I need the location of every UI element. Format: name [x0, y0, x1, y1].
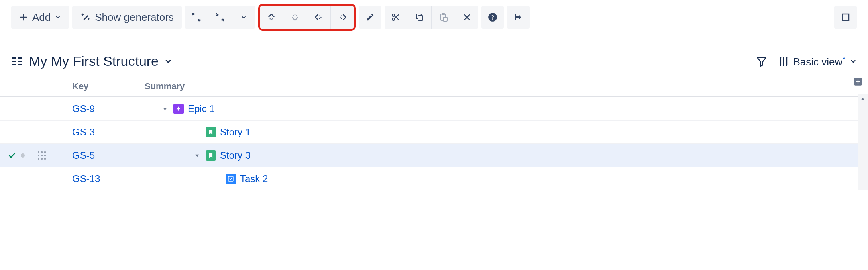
move-down-button[interactable] — [284, 6, 306, 29]
plus-icon — [19, 13, 28, 22]
view-dropdown[interactable]: Basic view* — [778, 54, 857, 68]
structure-dropdown[interactable]: My My First Structure — [11, 53, 172, 69]
svg-rect-26 — [18, 61, 22, 62]
maximize-button[interactable] — [834, 6, 857, 29]
column-header-summary[interactable]: Summary — [145, 81, 868, 92]
toolbar: Add Show generators — [0, 0, 868, 37]
view-modified-indicator: * — [842, 54, 846, 63]
add-button-label: Add — [32, 11, 51, 24]
structure-title-text: My My First Structure — [29, 53, 159, 69]
story-issuetype-icon — [206, 127, 216, 137]
magic-wand-icon — [80, 12, 91, 22]
epic-issuetype-icon — [173, 104, 184, 114]
svg-rect-25 — [18, 57, 22, 59]
svg-rect-24 — [12, 64, 16, 65]
issue-summary-link[interactable]: Story 3 — [220, 150, 251, 161]
table-row[interactable]: GS-5Story 3 — [0, 144, 868, 167]
expand-toggle-icon[interactable] — [193, 153, 202, 158]
content-header: My My First Structure Basic view* — [0, 37, 868, 76]
scroll-up-icon[interactable] — [858, 94, 868, 104]
chevron-down-icon — [850, 58, 857, 65]
table-row[interactable]: GS-9Epic 1 — [0, 97, 868, 121]
clipboard-group — [385, 6, 478, 29]
svg-rect-16 — [418, 16, 423, 20]
svg-rect-19 — [443, 17, 447, 21]
show-generators-button[interactable]: Show generators — [72, 6, 182, 29]
story-issuetype-icon — [206, 150, 216, 161]
add-button[interactable]: Add — [11, 6, 69, 29]
issue-summary-link[interactable]: Task 2 — [240, 173, 268, 184]
filter-icon[interactable] — [756, 56, 767, 67]
task-issuetype-icon — [226, 174, 236, 184]
summary-cell: Story 1 — [145, 127, 868, 138]
column-headers: Key Summary — [0, 76, 868, 97]
structure-icon — [11, 55, 23, 68]
expand-all-button[interactable] — [185, 6, 208, 29]
svg-marker-33 — [163, 108, 167, 110]
show-generators-label: Show generators — [95, 11, 174, 24]
svg-rect-22 — [12, 57, 16, 59]
summary-cell: Task 2 — [145, 173, 868, 184]
svg-marker-28 — [758, 57, 766, 66]
view-label: Basic view — [793, 56, 842, 68]
help-button[interactable] — [481, 6, 504, 29]
scrollbar[interactable] — [858, 94, 868, 190]
svg-rect-23 — [12, 61, 16, 62]
add-column-button[interactable] — [853, 76, 865, 88]
summary-cell: Story 3 — [145, 150, 868, 161]
summary-cell: Epic 1 — [145, 103, 868, 115]
move-up-button[interactable] — [260, 6, 283, 29]
column-header-key[interactable]: Key — [64, 81, 145, 92]
issue-summary-link[interactable]: Story 1 — [220, 127, 251, 138]
export-button[interactable] — [507, 6, 530, 29]
svg-marker-34 — [195, 154, 199, 157]
table-row[interactable]: GS-3Story 1 — [0, 121, 868, 144]
expand-collapse-more-button[interactable] — [232, 6, 255, 29]
expand-collapse-group — [185, 6, 255, 29]
move-buttons-highlight — [258, 4, 356, 31]
expand-toggle-icon[interactable] — [161, 106, 169, 112]
chevron-down-icon — [164, 57, 172, 65]
copy-button[interactable] — [408, 6, 431, 29]
row-handle-cell — [0, 151, 64, 160]
drag-handle-icon[interactable] — [38, 151, 46, 160]
edit-button[interactable] — [359, 6, 381, 29]
chevron-down-icon — [55, 14, 61, 20]
issue-key-link[interactable]: GS-13 — [64, 173, 145, 184]
grid: Key Summary GS-9Epic 1GS-3Story 1GS-5Sto… — [0, 76, 868, 190]
svg-rect-21 — [842, 14, 849, 20]
view-controls: Basic view* — [756, 54, 857, 68]
table-row[interactable]: GS-13Task 2 — [0, 167, 868, 190]
columns-icon — [778, 55, 789, 68]
row-indicator-dot — [21, 153, 25, 158]
svg-marker-36 — [861, 98, 864, 100]
check-icon — [8, 151, 16, 160]
outdent-button[interactable] — [308, 6, 330, 29]
cut-button[interactable] — [385, 6, 407, 29]
issue-key-link[interactable]: GS-9 — [64, 103, 145, 115]
indent-button[interactable] — [331, 6, 354, 29]
delete-button[interactable] — [456, 6, 478, 29]
paste-button[interactable] — [432, 6, 454, 29]
collapse-all-button[interactable] — [209, 6, 231, 29]
issue-summary-link[interactable]: Epic 1 — [188, 103, 215, 115]
issue-key-link[interactable]: GS-5 — [64, 150, 145, 161]
issue-key-link[interactable]: GS-3 — [64, 127, 145, 138]
svg-rect-27 — [18, 64, 22, 65]
